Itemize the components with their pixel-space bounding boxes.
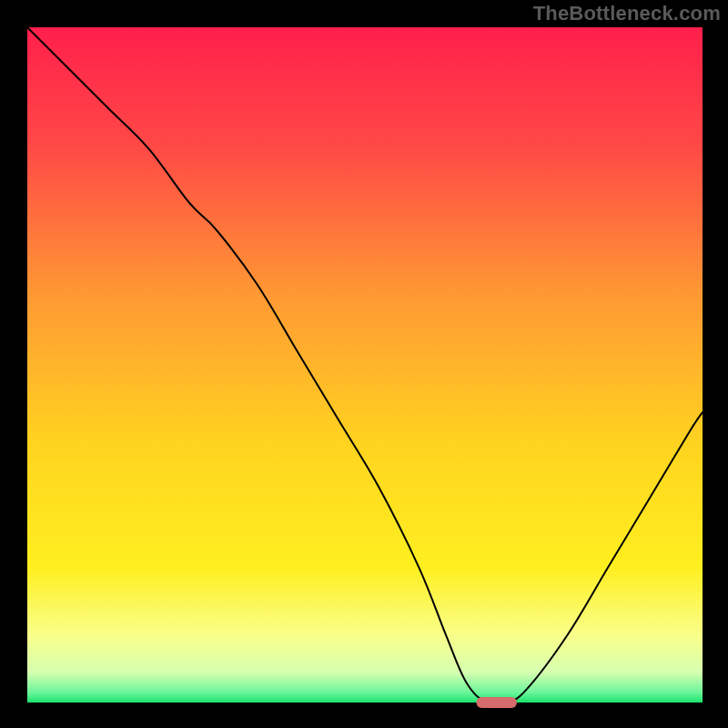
- selected-point-marker: [476, 697, 517, 708]
- watermark-label: TheBottleneck.com: [533, 2, 721, 25]
- marker-layer: [476, 697, 517, 708]
- bottleneck-chart: [0, 0, 728, 728]
- chart-root: TheBottleneck.com: [0, 0, 728, 728]
